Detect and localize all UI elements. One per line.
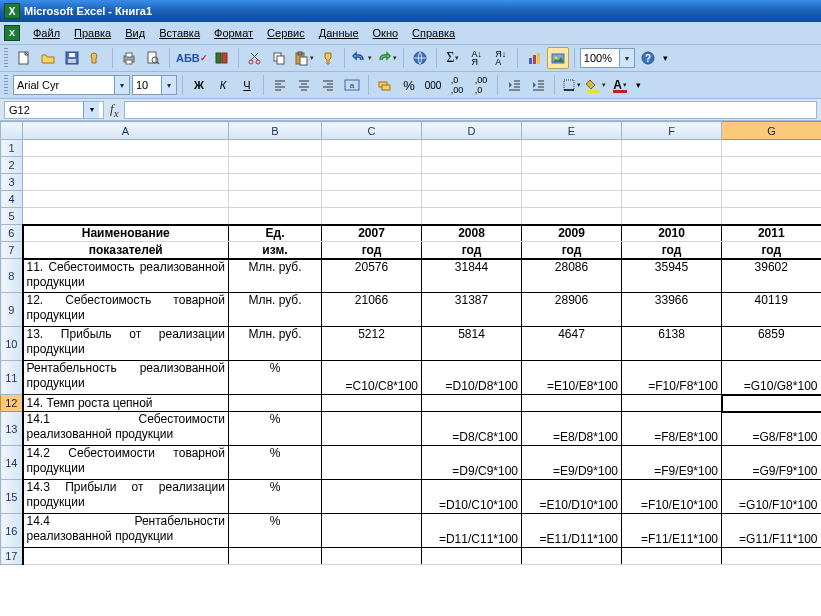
align-center-button[interactable] — [293, 74, 315, 96]
hyperlink-button[interactable] — [409, 47, 431, 69]
table-cell[interactable]: =F11/E11*100 — [622, 514, 722, 548]
menu-data[interactable]: Данные — [312, 25, 366, 41]
print-button[interactable] — [118, 47, 140, 69]
align-left-button[interactable] — [269, 74, 291, 96]
menu-insert[interactable]: Вставка — [152, 25, 207, 41]
autosum-button[interactable]: Σ▾ — [442, 47, 464, 69]
row-header[interactable]: 14 — [1, 446, 23, 480]
italic-button[interactable]: К — [212, 74, 234, 96]
currency-button[interactable] — [374, 74, 396, 96]
menu-edit[interactable]: Правка — [67, 25, 118, 41]
font-color-button[interactable]: A▾ — [609, 74, 631, 96]
table-cell[interactable]: =E10/D10*100 — [522, 480, 622, 514]
table-cell[interactable]: 31844 — [422, 259, 522, 293]
table-cell[interactable]: =G10/F10*100 — [722, 480, 822, 514]
table-cell[interactable]: 2007 — [322, 225, 422, 242]
row-header[interactable]: 8 — [1, 259, 23, 293]
col-header-G[interactable]: G — [722, 122, 822, 140]
row-header[interactable]: 7 — [1, 242, 23, 259]
row-header[interactable]: 3 — [1, 174, 23, 191]
table-cell[interactable]: 12. Себестоимость товарной продукции — [23, 293, 229, 327]
table-cell[interactable]: 2008 — [422, 225, 522, 242]
table-cell[interactable]: 5814 — [422, 327, 522, 361]
font-dropdown[interactable]: ▾ — [114, 76, 129, 94]
decrease-decimal-button[interactable]: ,00,0 — [470, 74, 492, 96]
col-header-F[interactable]: F — [622, 122, 722, 140]
format-painter-button[interactable] — [317, 47, 339, 69]
table-cell[interactable]: год — [522, 242, 622, 259]
table-cell[interactable] — [322, 412, 422, 446]
chart-wizard-button[interactable] — [523, 47, 545, 69]
table-cell[interactable]: Млн. руб. — [229, 293, 322, 327]
workbook-icon[interactable]: X — [4, 25, 20, 41]
table-cell[interactable]: 28906 — [522, 293, 622, 327]
table-cell[interactable] — [322, 446, 422, 480]
toolbar-options[interactable]: ▾ — [661, 47, 671, 69]
name-box-input[interactable] — [5, 102, 83, 118]
table-cell[interactable]: 21066 — [322, 293, 422, 327]
table-cell[interactable]: год — [722, 242, 822, 259]
table-cell[interactable]: =C10/C8*100 — [322, 361, 422, 395]
col-header-D[interactable]: D — [422, 122, 522, 140]
col-header-E[interactable]: E — [522, 122, 622, 140]
comma-button[interactable]: 000 — [422, 74, 444, 96]
table-cell[interactable]: 14.4 Рентабельности реализованной продук… — [23, 514, 229, 548]
toolbar-options[interactable]: ▾ — [633, 74, 643, 96]
table-cell[interactable] — [322, 480, 422, 514]
row-header[interactable]: 16 — [1, 514, 23, 548]
table-cell[interactable]: год — [422, 242, 522, 259]
align-right-button[interactable] — [317, 74, 339, 96]
table-cell[interactable]: 39602 — [722, 259, 822, 293]
table-cell[interactable]: =D9/C9*100 — [422, 446, 522, 480]
redo-button[interactable]: ▾ — [375, 47, 398, 69]
table-cell[interactable]: 6138 — [622, 327, 722, 361]
new-button[interactable] — [13, 47, 35, 69]
table-cell[interactable]: 35945 — [622, 259, 722, 293]
name-box[interactable]: ▾ — [4, 101, 104, 119]
bold-button[interactable]: Ж — [188, 74, 210, 96]
table-cell[interactable]: =D10/D8*100 — [422, 361, 522, 395]
toolbar-handle[interactable] — [4, 48, 8, 68]
table-cell[interactable]: 40119 — [722, 293, 822, 327]
table-cell[interactable]: =E9/D9*100 — [522, 446, 622, 480]
fx-icon[interactable]: fx — [110, 101, 118, 119]
font-size-dropdown[interactable]: ▾ — [161, 76, 176, 94]
table-cell[interactable]: 4647 — [522, 327, 622, 361]
col-header-C[interactable]: C — [322, 122, 422, 140]
table-cell[interactable]: 14. Темп роста цепной — [23, 395, 229, 412]
menu-tools[interactable]: Сервис — [260, 25, 312, 41]
table-cell[interactable]: =G11/F11*100 — [722, 514, 822, 548]
table-cell[interactable]: показателей — [23, 242, 229, 259]
row-header[interactable]: 1 — [1, 140, 23, 157]
paste-button[interactable]: ▾ — [292, 47, 315, 69]
row-header[interactable]: 17 — [1, 548, 23, 565]
zoom-dropdown[interactable]: ▾ — [619, 49, 634, 67]
table-cell[interactable]: Млн. руб. — [229, 259, 322, 293]
zoom-input[interactable] — [581, 49, 619, 67]
row-header[interactable]: 4 — [1, 191, 23, 208]
table-cell[interactable]: 14.1 Себестоимости реализованной продукц… — [23, 412, 229, 446]
table-cell[interactable]: =D8/C8*100 — [422, 412, 522, 446]
table-cell[interactable] — [322, 514, 422, 548]
open-button[interactable] — [37, 47, 59, 69]
table-cell[interactable]: 6859 — [722, 327, 822, 361]
row-header[interactable]: 6 — [1, 225, 23, 242]
table-cell[interactable]: % — [229, 361, 322, 395]
table-cell[interactable]: 5212 — [322, 327, 422, 361]
row-header[interactable]: 2 — [1, 157, 23, 174]
table-cell[interactable] — [522, 395, 622, 412]
zoom-combo[interactable]: ▾ — [580, 48, 635, 68]
table-cell[interactable]: 31387 — [422, 293, 522, 327]
permission-button[interactable] — [85, 47, 107, 69]
font-size-input[interactable] — [133, 76, 161, 94]
menu-help[interactable]: Справка — [405, 25, 462, 41]
table-cell[interactable]: =G10/G8*100 — [722, 361, 822, 395]
table-cell[interactable]: =E11/D11*100 — [522, 514, 622, 548]
table-cell[interactable] — [229, 395, 322, 412]
menu-window[interactable]: Окно — [366, 25, 406, 41]
table-cell[interactable]: Рентабельность реализованной продукции — [23, 361, 229, 395]
borders-button[interactable]: ▾ — [560, 74, 582, 96]
table-cell[interactable]: =F10/E10*100 — [622, 480, 722, 514]
table-cell[interactable] — [622, 395, 722, 412]
formula-input[interactable] — [125, 102, 816, 118]
